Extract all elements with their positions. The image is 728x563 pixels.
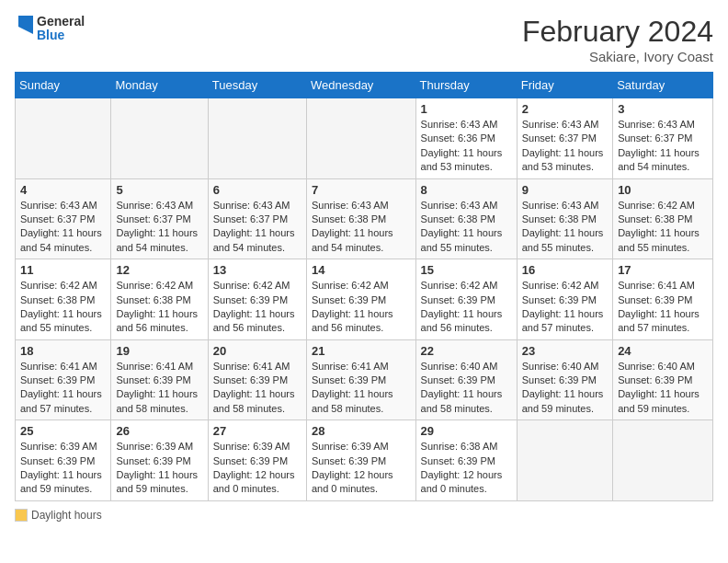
calendar-cell: 1Sunrise: 6:43 AMSunset: 6:36 PMDaylight… bbox=[415, 98, 517, 179]
sunset-text: Sunset: 6:39 PM bbox=[312, 373, 411, 387]
logo-general: General bbox=[37, 15, 85, 29]
daylight-text: Daylight: 11 hours and 59 minutes. bbox=[20, 468, 106, 497]
daylight-text: Daylight: 11 hours and 54 minutes. bbox=[116, 226, 202, 255]
calendar-cell: 23Sunrise: 6:40 AMSunset: 6:39 PMDayligh… bbox=[517, 339, 612, 420]
calendar-cell bbox=[111, 98, 208, 179]
calendar-cell: 21Sunrise: 6:41 AMSunset: 6:39 PMDayligh… bbox=[306, 339, 415, 420]
sunrise-text: Sunrise: 6:42 AM bbox=[618, 199, 708, 213]
day-number: 28 bbox=[312, 424, 411, 438]
calendar-cell: 4Sunrise: 6:43 AMSunset: 6:37 PMDaylight… bbox=[16, 178, 111, 259]
week-row-4: 18Sunrise: 6:41 AMSunset: 6:39 PMDayligh… bbox=[16, 339, 713, 420]
day-number: 29 bbox=[421, 424, 512, 438]
sunrise-text: Sunrise: 6:43 AM bbox=[213, 199, 301, 213]
sunrise-text: Sunrise: 6:40 AM bbox=[618, 360, 708, 373]
day-number: 14 bbox=[312, 263, 411, 277]
day-number: 17 bbox=[618, 263, 708, 277]
day-number: 9 bbox=[522, 183, 608, 197]
sunset-text: Sunset: 6:36 PM bbox=[421, 132, 512, 145]
sunset-text: Sunset: 6:39 PM bbox=[522, 293, 608, 307]
sunset-text: Sunset: 6:39 PM bbox=[522, 373, 608, 387]
daylight-text: Daylight: 11 hours and 58 minutes. bbox=[312, 387, 411, 416]
day-number: 2 bbox=[522, 102, 608, 116]
day-info: Sunrise: 6:39 AMSunset: 6:39 PMDaylight:… bbox=[20, 440, 106, 497]
sunrise-text: Sunrise: 6:43 AM bbox=[421, 199, 512, 213]
day-number: 20 bbox=[213, 344, 301, 358]
day-info: Sunrise: 6:41 AMSunset: 6:39 PMDaylight:… bbox=[116, 360, 202, 417]
calendar-cell: 26Sunrise: 6:39 AMSunset: 6:39 PMDayligh… bbox=[111, 420, 208, 501]
col-header-sunday: Sunday bbox=[16, 73, 111, 98]
daylight-text: Daylight: 11 hours and 53 minutes. bbox=[522, 146, 608, 175]
day-number: 3 bbox=[618, 102, 708, 116]
sunset-text: Sunset: 6:38 PM bbox=[116, 293, 202, 307]
sunset-text: Sunset: 6:38 PM bbox=[20, 293, 106, 307]
day-info: Sunrise: 6:43 AMSunset: 6:36 PMDaylight:… bbox=[421, 118, 512, 175]
sunrise-text: Sunrise: 6:42 AM bbox=[312, 279, 411, 293]
day-info: Sunrise: 6:41 AMSunset: 6:39 PMDaylight:… bbox=[213, 360, 301, 417]
calendar-cell bbox=[208, 98, 306, 179]
col-header-tuesday: Tuesday bbox=[208, 73, 306, 98]
week-row-5: 25Sunrise: 6:39 AMSunset: 6:39 PMDayligh… bbox=[16, 420, 713, 501]
legend-item: Daylight hours bbox=[15, 509, 102, 522]
daylight-text: Daylight: 11 hours and 55 minutes. bbox=[20, 307, 106, 336]
col-header-wednesday: Wednesday bbox=[306, 73, 415, 98]
daylight-text: Daylight: 11 hours and 59 minutes. bbox=[522, 387, 608, 416]
day-info: Sunrise: 6:41 AMSunset: 6:39 PMDaylight:… bbox=[312, 360, 411, 417]
title-block: February 2024 Sakiare, Ivory Coast bbox=[522, 15, 713, 64]
page-header: General Blue General Blue February 2024 … bbox=[15, 15, 713, 64]
sunset-text: Sunset: 6:37 PM bbox=[522, 132, 608, 145]
sunset-text: Sunset: 6:37 PM bbox=[116, 213, 202, 226]
sunrise-text: Sunrise: 6:42 AM bbox=[213, 279, 301, 293]
calendar-cell: 18Sunrise: 6:41 AMSunset: 6:39 PMDayligh… bbox=[16, 339, 111, 420]
daylight-text: Daylight: 11 hours and 58 minutes. bbox=[116, 387, 202, 416]
daylight-text: Daylight: 11 hours and 53 minutes. bbox=[421, 146, 512, 175]
daylight-text: Daylight: 11 hours and 55 minutes. bbox=[618, 226, 708, 255]
sunrise-text: Sunrise: 6:41 AM bbox=[618, 279, 708, 293]
daylight-text: Daylight: 11 hours and 56 minutes. bbox=[312, 307, 411, 336]
sunset-text: Sunset: 6:39 PM bbox=[618, 293, 708, 307]
day-number: 13 bbox=[213, 263, 301, 277]
daylight-text: Daylight: 11 hours and 58 minutes. bbox=[213, 387, 301, 416]
daylight-text: Daylight: 11 hours and 55 minutes. bbox=[522, 226, 608, 255]
day-info: Sunrise: 6:39 AMSunset: 6:39 PMDaylight:… bbox=[312, 440, 411, 497]
daylight-text: Daylight: 11 hours and 59 minutes. bbox=[618, 387, 708, 416]
day-info: Sunrise: 6:40 AMSunset: 6:39 PMDaylight:… bbox=[522, 360, 608, 417]
calendar-cell: 19Sunrise: 6:41 AMSunset: 6:39 PMDayligh… bbox=[111, 339, 208, 420]
sunrise-text: Sunrise: 6:43 AM bbox=[522, 199, 608, 213]
day-info: Sunrise: 6:42 AMSunset: 6:39 PMDaylight:… bbox=[213, 279, 301, 336]
calendar-cell: 24Sunrise: 6:40 AMSunset: 6:39 PMDayligh… bbox=[613, 339, 713, 420]
sunset-text: Sunset: 6:39 PM bbox=[421, 373, 512, 387]
sunset-text: Sunset: 6:39 PM bbox=[213, 293, 301, 307]
day-info: Sunrise: 6:42 AMSunset: 6:38 PMDaylight:… bbox=[20, 279, 106, 336]
sunrise-text: Sunrise: 6:43 AM bbox=[421, 118, 512, 132]
sunset-text: Sunset: 6:38 PM bbox=[618, 213, 708, 226]
daylight-text: Daylight: 11 hours and 54 minutes. bbox=[213, 226, 301, 255]
sunset-text: Sunset: 6:38 PM bbox=[312, 213, 411, 226]
sunrise-text: Sunrise: 6:43 AM bbox=[312, 199, 411, 213]
day-info: Sunrise: 6:43 AMSunset: 6:37 PMDaylight:… bbox=[522, 118, 608, 175]
main-title: February 2024 bbox=[522, 15, 713, 49]
daylight-text: Daylight: 11 hours and 57 minutes. bbox=[522, 307, 608, 336]
calendar-cell: 22Sunrise: 6:40 AMSunset: 6:39 PMDayligh… bbox=[415, 339, 517, 420]
sunset-text: Sunset: 6:39 PM bbox=[421, 454, 512, 468]
calendar-cell: 28Sunrise: 6:39 AMSunset: 6:39 PMDayligh… bbox=[306, 420, 415, 501]
day-number: 6 bbox=[213, 183, 301, 197]
day-number: 15 bbox=[421, 263, 512, 277]
calendar-cell: 10Sunrise: 6:42 AMSunset: 6:38 PMDayligh… bbox=[613, 178, 713, 259]
calendar-cell: 17Sunrise: 6:41 AMSunset: 6:39 PMDayligh… bbox=[613, 259, 713, 340]
day-info: Sunrise: 6:43 AMSunset: 6:38 PMDaylight:… bbox=[312, 199, 411, 256]
col-header-friday: Friday bbox=[517, 73, 612, 98]
calendar-cell: 25Sunrise: 6:39 AMSunset: 6:39 PMDayligh… bbox=[16, 420, 111, 501]
calendar-cell bbox=[16, 98, 111, 179]
day-info: Sunrise: 6:43 AMSunset: 6:37 PMDaylight:… bbox=[213, 199, 301, 256]
sunset-text: Sunset: 6:39 PM bbox=[116, 454, 202, 468]
svg-marker-0 bbox=[18, 16, 33, 34]
sunset-text: Sunset: 6:39 PM bbox=[421, 293, 512, 307]
sunrise-text: Sunrise: 6:42 AM bbox=[522, 279, 608, 293]
sunset-text: Sunset: 6:37 PM bbox=[618, 132, 708, 145]
calendar-cell: 15Sunrise: 6:42 AMSunset: 6:39 PMDayligh… bbox=[415, 259, 517, 340]
sunrise-text: Sunrise: 6:39 AM bbox=[213, 440, 301, 454]
daylight-text: Daylight: 11 hours and 56 minutes. bbox=[421, 307, 512, 336]
day-info: Sunrise: 6:39 AMSunset: 6:39 PMDaylight:… bbox=[116, 440, 202, 497]
sunset-text: Sunset: 6:39 PM bbox=[213, 373, 301, 387]
sunrise-text: Sunrise: 6:39 AM bbox=[116, 440, 202, 454]
